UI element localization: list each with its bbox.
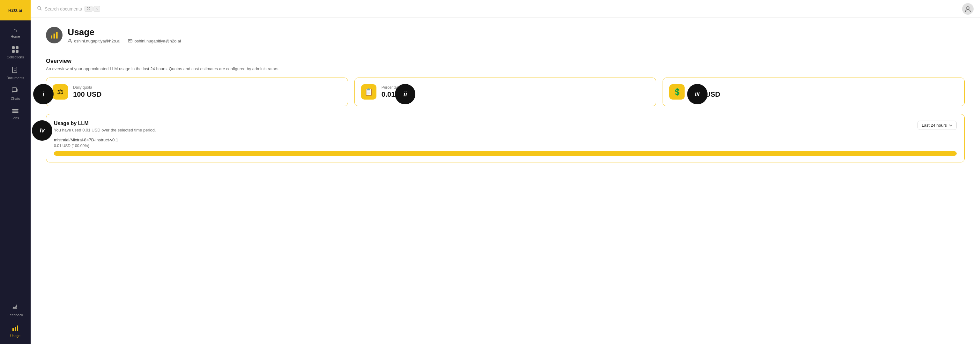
llm-section: Usage by LLM You have used 0.01 USD over… — [46, 114, 965, 162]
page-meta: oshini.nugapitiya@h2o.ai oshini.nugapiti… — [68, 38, 181, 43]
stat-card-icon-quota: ⚖ — [52, 84, 68, 100]
llm-bar-background — [54, 151, 957, 156]
user-avatar[interactable] — [962, 3, 974, 15]
stat-card-usage: 💲 Usage 0.01 USD — [663, 78, 965, 106]
svg-point-13 — [967, 7, 969, 9]
llm-model-amount: 0.01 USD (100.00%) — [54, 143, 957, 148]
page-icon — [46, 27, 62, 43]
stat-card-quota: ⚖ Daily quota 100 USD — [46, 78, 348, 106]
svg-rect-6 — [12, 109, 19, 110]
user-email-text: oshini.nugapitiya@h2o.ai — [134, 38, 181, 43]
search-kbd: ⌘ K — [84, 6, 100, 12]
sidebar-label-collections: Collections — [7, 55, 24, 59]
llm-description: You have used 0.01 USD over the selected… — [54, 127, 156, 132]
svg-rect-0 — [12, 46, 15, 49]
llm-header-left: Usage by LLM You have used 0.01 USD over… — [54, 121, 156, 132]
overview-section: Overview An overview of your approximate… — [30, 50, 980, 177]
sidebar-item-collections[interactable]: Collections — [0, 42, 30, 63]
stat-card-info-usage: Usage 0.01 USD — [690, 85, 720, 99]
svg-rect-8 — [12, 112, 19, 113]
meta-email: oshini.nugapitiya@h2o.ai — [128, 38, 181, 43]
sidebar: H2O.ai ⌂ Home Collections — [0, 0, 30, 344]
content-area: Usage oshini.nugapitiya@h2o.ai — [30, 18, 980, 344]
cards-wrapper: i ⚖ Daily quota 100 USD ii — [46, 78, 965, 106]
page-title: Usage — [68, 27, 181, 37]
sidebar-label-documents: Documents — [6, 76, 24, 80]
svg-rect-1 — [16, 46, 19, 49]
sidebar-label-chats: Chats — [11, 97, 20, 100]
svg-rect-7 — [12, 111, 19, 112]
sidebar-nav: ⌂ Home Collections Documents — [0, 21, 30, 300]
svg-rect-5 — [12, 88, 17, 92]
stat-card-info-quota: Daily quota 100 USD — [73, 85, 102, 99]
home-icon: ⌂ — [13, 27, 17, 33]
sidebar-bottom: Feedback Usage — [0, 300, 30, 344]
svg-rect-16 — [56, 32, 58, 38]
stat-label-quota: Daily quota — [73, 85, 102, 90]
svg-point-12 — [38, 6, 40, 9]
search-placeholder-text: Search documents — [45, 6, 82, 11]
svg-rect-2 — [12, 50, 15, 53]
stat-value-pct: 0.01% — [382, 90, 410, 99]
usage-icon — [12, 325, 19, 333]
svg-rect-9 — [13, 328, 14, 331]
svg-rect-14 — [51, 35, 52, 38]
overview-title: Overview — [46, 58, 965, 64]
page-title-area: Usage oshini.nugapitiya@h2o.ai — [68, 27, 181, 43]
page-header: Usage oshini.nugapitiya@h2o.ai — [30, 18, 980, 50]
kbd-k: K — [94, 6, 100, 12]
cards-row: ⚖ Daily quota 100 USD ii 📋 — [46, 78, 965, 106]
logo[interactable]: H2O.ai — [0, 0, 30, 21]
meta-username: oshini.nugapitiya@h2o.ai — [68, 38, 120, 43]
llm-model-name: mistralai/Mixtral-8×7B-Instruct-v0.1 — [54, 137, 957, 142]
stat-card-icon-pct: 📋 — [361, 84, 376, 100]
feedback-icon — [12, 304, 19, 312]
collections-icon — [12, 46, 19, 54]
documents-icon — [12, 67, 19, 75]
svg-rect-4 — [13, 67, 17, 73]
llm-wrapper: iv Usage by LLM You have used 0.01 USD o… — [46, 114, 965, 162]
time-filter-select[interactable]: Last 24 hours — [918, 121, 957, 130]
chats-icon — [12, 88, 19, 96]
stat-label-pct: Percentage used — [382, 85, 410, 90]
sidebar-label-feedback: Feedback — [8, 313, 23, 317]
sidebar-item-feedback[interactable]: Feedback — [0, 300, 30, 321]
kbd-cmd: ⌘ — [84, 6, 92, 12]
stat-card-pct: 📋 Percentage used 0.01% — [355, 78, 657, 106]
stat-value-usage: 0.01 USD — [690, 90, 720, 99]
sidebar-item-jobs[interactable]: Jobs — [0, 104, 30, 124]
stat-label-usage: Usage — [690, 85, 720, 90]
stat-card-icon-usage: 💲 — [669, 84, 685, 100]
search-icon — [37, 6, 42, 12]
sidebar-item-home[interactable]: ⌂ Home — [0, 23, 30, 42]
search-area[interactable]: Search documents ⌘ K — [37, 6, 100, 12]
sidebar-label-jobs: Jobs — [11, 116, 19, 120]
time-filter-label: Last 24 hours — [922, 123, 947, 127]
svg-rect-10 — [15, 327, 16, 331]
sidebar-item-chats[interactable]: Chats — [0, 84, 30, 104]
topbar: Search documents ⌘ K — [30, 0, 980, 18]
sidebar-label-usage: Usage — [10, 334, 21, 338]
overview-description: An overview of your approximated LLM usa… — [46, 66, 965, 71]
topbar-right — [962, 3, 974, 15]
stat-value-quota: 100 USD — [73, 90, 102, 99]
svg-rect-15 — [54, 33, 55, 38]
llm-header: Usage by LLM You have used 0.01 USD over… — [54, 121, 957, 132]
svg-rect-11 — [17, 325, 18, 331]
stat-card-info-pct: Percentage used 0.01% — [382, 85, 410, 99]
llm-title: Usage by LLM — [54, 121, 156, 126]
svg-rect-3 — [16, 50, 19, 53]
svg-point-17 — [69, 39, 71, 41]
sidebar-item-documents[interactable]: Documents — [0, 63, 30, 84]
logo-text: H2O.ai — [8, 8, 22, 13]
sidebar-label-home: Home — [11, 35, 20, 38]
user-name-text: oshini.nugapitiya@h2o.ai — [74, 38, 120, 43]
sidebar-item-usage[interactable]: Usage — [0, 321, 30, 341]
jobs-icon — [12, 108, 19, 115]
llm-bar-fill — [54, 151, 957, 156]
llm-model-row: mistralai/Mixtral-8×7B-Instruct-v0.1 0.0… — [54, 137, 957, 156]
main-area: Search documents ⌘ K — [30, 0, 980, 344]
